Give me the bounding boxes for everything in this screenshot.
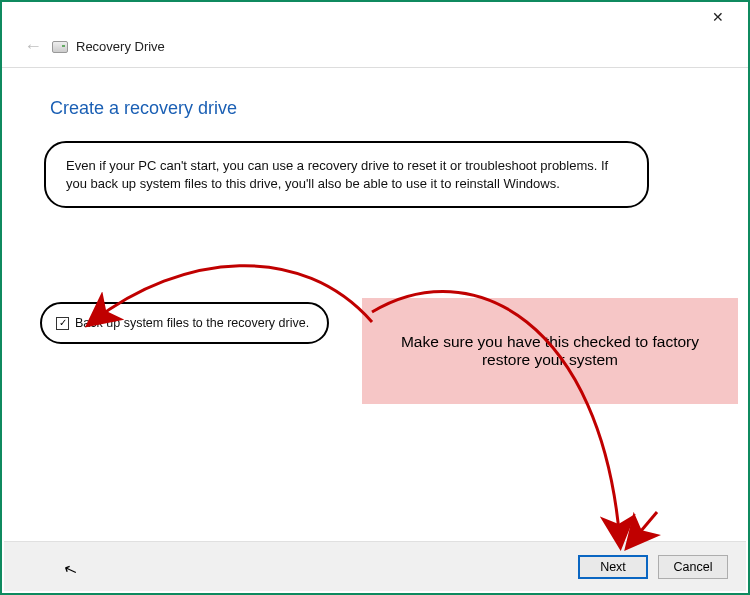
description-callout: Even if your PC can't start, you can use… [44,141,649,208]
cancel-button[interactable]: Cancel [658,555,728,579]
close-button[interactable]: ✕ [698,3,738,31]
backup-checkbox-label: Back up system files to the recovery dri… [75,316,309,330]
wizard-title: Recovery Drive [76,39,165,54]
drive-icon [52,41,68,53]
next-button[interactable]: Next [578,555,648,579]
checkbox-callout: ✓ Back up system files to the recovery d… [40,302,329,344]
annotation-callout: Make sure you have this checked to facto… [362,298,738,404]
backup-checkbox[interactable]: ✓ [56,317,69,330]
wizard-footer: Next Cancel [4,541,746,591]
title-bar: ✕ [2,2,748,32]
wizard-header: ← Recovery Drive [2,32,748,68]
close-icon: ✕ [712,9,724,25]
check-icon: ✓ [59,318,67,328]
annotation-text: Make sure you have this checked to facto… [376,333,724,369]
description-text: Even if your PC can't start, you can use… [66,157,627,192]
back-arrow-icon: ← [24,36,42,57]
page-heading: Create a recovery drive [50,98,700,119]
wizard-window: ✕ ← Recovery Drive Create a recovery dri… [0,0,750,595]
wizard-content: Create a recovery drive Even if your PC … [2,68,748,208]
